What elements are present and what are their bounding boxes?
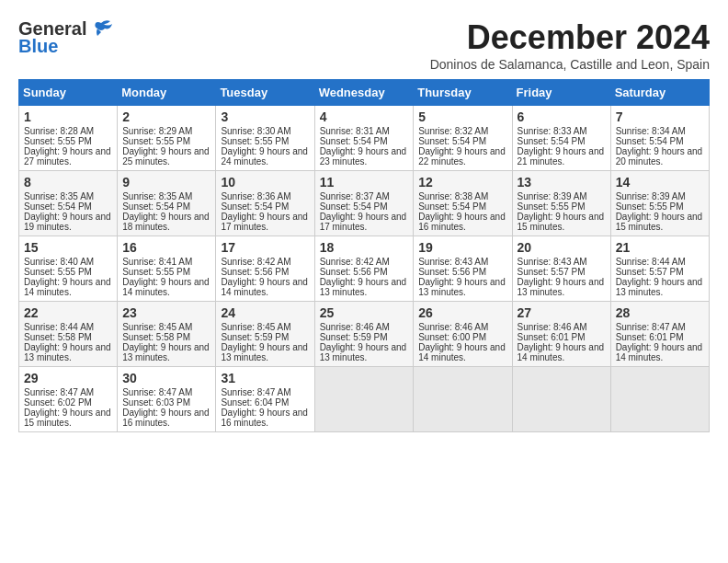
sunrise-text: Sunrise: 8:43 AM (418, 257, 488, 267)
daylight-text: Daylight: 9 hours and 14 minutes. (518, 342, 605, 362)
day-number: 21 (616, 240, 704, 255)
calendar-cell: 9 Sunrise: 8:35 AM Sunset: 5:54 PM Dayli… (118, 171, 216, 236)
logo-bird-icon (88, 19, 114, 40)
header-saturday: Saturday (610, 80, 709, 106)
daylight-text: Daylight: 9 hours and 17 minutes. (320, 212, 407, 232)
sunrise-text: Sunrise: 8:47 AM (122, 387, 192, 397)
sunrise-text: Sunrise: 8:45 AM (221, 322, 290, 332)
sunrise-text: Sunrise: 8:38 AM (418, 191, 488, 201)
day-number: 6 (518, 109, 606, 124)
day-number: 13 (518, 175, 606, 190)
sunset-text: Sunset: 5:54 PM (221, 201, 289, 212)
calendar-cell: 20 Sunrise: 8:43 AM Sunset: 5:57 PM Dayl… (512, 236, 610, 302)
sunrise-text: Sunrise: 8:41 AM (122, 257, 192, 267)
calendar-cell (512, 367, 610, 432)
daylight-text: Daylight: 9 hours and 13 minutes. (320, 277, 407, 297)
calendar-cell (414, 367, 512, 432)
sunset-text: Sunset: 5:54 PM (518, 136, 586, 146)
sunrise-text: Sunrise: 8:46 AM (418, 322, 488, 332)
calendar-header-row: Sunday Monday Tuesday Wednesday Thursday… (19, 80, 710, 106)
calendar-cell: 3 Sunrise: 8:30 AM Sunset: 5:55 PM Dayli… (216, 106, 314, 171)
calendar-cell: 29 Sunrise: 8:47 AM Sunset: 6:02 PM Dayl… (19, 367, 118, 432)
month-title: December 2024 (430, 18, 710, 57)
sunset-text: Sunset: 5:55 PM (122, 136, 190, 146)
header-wednesday: Wednesday (314, 80, 414, 106)
daylight-text: Daylight: 9 hours and 14 minutes. (616, 342, 703, 362)
daylight-text: Daylight: 9 hours and 15 minutes. (616, 212, 703, 232)
calendar-cell: 6 Sunrise: 8:33 AM Sunset: 5:54 PM Dayli… (512, 106, 610, 171)
sunrise-text: Sunrise: 8:40 AM (24, 257, 94, 267)
daylight-text: Daylight: 9 hours and 13 minutes. (320, 342, 407, 362)
title-block: December 2024 Doninos de Salamanca, Cast… (430, 18, 710, 72)
daylight-text: Daylight: 9 hours and 13 minutes. (24, 342, 111, 362)
sunrise-text: Sunrise: 8:29 AM (122, 126, 192, 136)
calendar-cell: 14 Sunrise: 8:39 AM Sunset: 5:55 PM Dayl… (610, 171, 709, 236)
calendar-week-row: 1 Sunrise: 8:28 AM Sunset: 5:55 PM Dayli… (19, 106, 710, 171)
daylight-text: Daylight: 9 hours and 13 minutes. (122, 342, 210, 362)
daylight-text: Daylight: 9 hours and 15 minutes. (24, 408, 111, 428)
sunset-text: Sunset: 5:59 PM (221, 332, 289, 342)
sunset-text: Sunset: 5:56 PM (320, 267, 388, 277)
day-number: 9 (122, 175, 210, 190)
header-sunday: Sunday (19, 80, 118, 106)
day-number: 28 (616, 305, 704, 320)
sunrise-text: Sunrise: 8:33 AM (518, 126, 587, 136)
day-number: 4 (320, 109, 409, 124)
sunset-text: Sunset: 5:56 PM (418, 267, 486, 277)
calendar-cell: 7 Sunrise: 8:34 AM Sunset: 5:54 PM Dayli… (610, 106, 709, 171)
sunset-text: Sunset: 5:58 PM (122, 332, 190, 342)
day-number: 15 (24, 240, 112, 255)
sunrise-text: Sunrise: 8:46 AM (518, 322, 587, 332)
sunset-text: Sunset: 5:54 PM (418, 201, 486, 212)
sunset-text: Sunset: 5:55 PM (616, 201, 684, 212)
day-number: 10 (221, 175, 309, 190)
day-number: 1 (24, 109, 112, 124)
calendar-cell: 4 Sunrise: 8:31 AM Sunset: 5:54 PM Dayli… (314, 106, 414, 171)
sunset-text: Sunset: 5:57 PM (518, 267, 586, 277)
calendar-week-row: 8 Sunrise: 8:35 AM Sunset: 5:54 PM Dayli… (19, 171, 710, 236)
sunrise-text: Sunrise: 8:43 AM (518, 257, 587, 267)
day-number: 31 (221, 371, 309, 385)
sunrise-text: Sunrise: 8:44 AM (616, 257, 686, 267)
header-monday: Monday (118, 80, 216, 106)
calendar-cell: 12 Sunrise: 8:38 AM Sunset: 5:54 PM Dayl… (414, 171, 512, 236)
sunset-text: Sunset: 6:01 PM (518, 332, 586, 342)
sunrise-text: Sunrise: 8:39 AM (616, 191, 686, 201)
daylight-text: Daylight: 9 hours and 14 minutes. (418, 342, 506, 362)
day-number: 17 (221, 240, 309, 255)
day-number: 5 (418, 109, 506, 124)
sunrise-text: Sunrise: 8:36 AM (221, 191, 290, 201)
sunset-text: Sunset: 6:00 PM (418, 332, 486, 342)
calendar-cell: 1 Sunrise: 8:28 AM Sunset: 5:55 PM Dayli… (19, 106, 118, 171)
sunrise-text: Sunrise: 8:32 AM (418, 126, 488, 136)
calendar-week-row: 22 Sunrise: 8:44 AM Sunset: 5:58 PM Dayl… (19, 302, 710, 367)
calendar-cell: 22 Sunrise: 8:44 AM Sunset: 5:58 PM Dayl… (19, 302, 118, 367)
header-tuesday: Tuesday (216, 80, 314, 106)
daylight-text: Daylight: 9 hours and 15 minutes. (518, 212, 605, 232)
calendar-cell: 27 Sunrise: 8:46 AM Sunset: 6:01 PM Dayl… (512, 302, 610, 367)
day-number: 29 (24, 371, 112, 385)
calendar-week-row: 15 Sunrise: 8:40 AM Sunset: 5:55 PM Dayl… (19, 236, 710, 302)
calendar-cell (610, 367, 709, 432)
sunset-text: Sunset: 5:54 PM (320, 201, 388, 212)
sunset-text: Sunset: 6:03 PM (122, 397, 190, 408)
calendar-week-row: 29 Sunrise: 8:47 AM Sunset: 6:02 PM Dayl… (19, 367, 710, 432)
daylight-text: Daylight: 9 hours and 23 minutes. (320, 146, 407, 167)
daylight-text: Daylight: 9 hours and 16 minutes. (221, 408, 308, 428)
day-number: 18 (320, 240, 409, 255)
daylight-text: Daylight: 9 hours and 22 minutes. (418, 146, 506, 167)
calendar-cell: 8 Sunrise: 8:35 AM Sunset: 5:54 PM Dayli… (19, 171, 118, 236)
daylight-text: Daylight: 9 hours and 17 minutes. (221, 212, 308, 232)
logo-blue: Blue (18, 36, 58, 57)
daylight-text: Daylight: 9 hours and 16 minutes. (418, 212, 506, 232)
daylight-text: Daylight: 9 hours and 18 minutes. (122, 212, 210, 232)
day-number: 7 (616, 109, 704, 124)
sunset-text: Sunset: 5:59 PM (320, 332, 388, 342)
sunrise-text: Sunrise: 8:42 AM (320, 257, 390, 267)
calendar-cell: 15 Sunrise: 8:40 AM Sunset: 5:55 PM Dayl… (19, 236, 118, 302)
daylight-text: Daylight: 9 hours and 20 minutes. (616, 146, 703, 167)
sunset-text: Sunset: 5:55 PM (518, 201, 586, 212)
calendar-cell: 26 Sunrise: 8:46 AM Sunset: 6:00 PM Dayl… (414, 302, 512, 367)
sunset-text: Sunset: 5:55 PM (24, 267, 92, 277)
sunrise-text: Sunrise: 8:37 AM (320, 191, 390, 201)
